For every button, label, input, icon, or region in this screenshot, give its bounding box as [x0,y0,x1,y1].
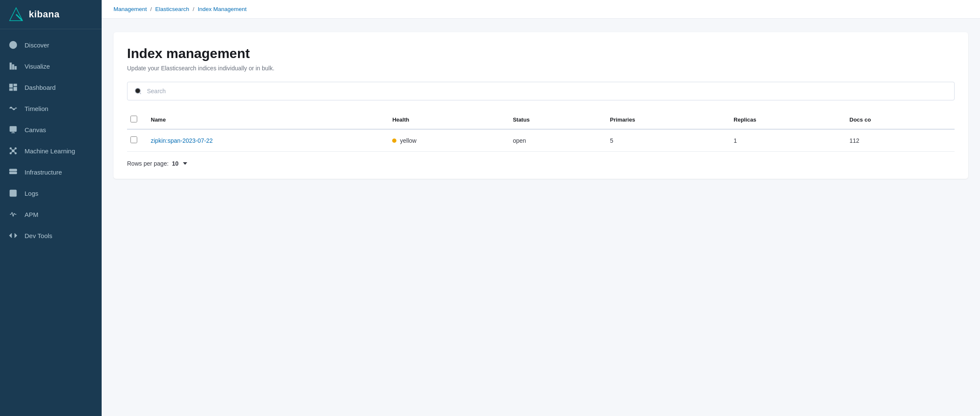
index-link[interactable]: zipkin:span-2023-07-22 [151,137,213,144]
svg-rect-5 [10,63,11,69]
breadcrumb-separator-1: / [150,6,152,12]
table-header-health[interactable]: Health [385,111,506,129]
sidebar-item-timelion[interactable]: Timelion [0,98,102,119]
infrastructure-icon [8,167,18,177]
sidebar-item-discover[interactable]: Discover [0,34,102,55]
sidebar: kibana Discover Visualize [0,0,102,416]
rows-per-page-label: Rows per page: [127,160,169,167]
sidebar-item-logs[interactable]: Logs [0,183,102,204]
svg-point-18 [10,153,11,154]
page-subtitle: Update your Elasticsearch indices indivi… [127,65,955,72]
sidebar-item-canvas-label: Canvas [25,126,46,133]
sidebar-item-dashboard-label: Dashboard [25,84,55,91]
apm-icon [8,210,18,219]
kibana-title: kibana [29,9,60,20]
svg-rect-6 [12,65,14,69]
health-dot-yellow [392,139,396,143]
sidebar-item-apm[interactable]: APM [0,204,102,225]
row-status-cell: open [506,129,603,152]
breadcrumb-management[interactable]: Management [114,6,147,12]
sidebar-nav: Discover Visualize Dashboard [0,29,102,251]
dev-tools-icon [8,231,18,240]
timelion-icon [8,104,18,113]
row-replicas-cell: 1 [727,129,842,152]
breadcrumb-index-management[interactable]: Index Management [198,6,247,12]
sidebar-item-discover-label: Discover [25,42,49,49]
page-title: Index management [127,46,955,61]
row-checkbox-cell [127,129,144,152]
sidebar-item-visualize-label: Visualize [25,63,50,70]
svg-rect-7 [15,67,16,69]
row-name-cell: zipkin:span-2023-07-22 [144,129,385,152]
svg-point-16 [10,148,11,149]
rows-per-page-value: 10 [172,160,179,167]
health-indicator: yellow [392,137,499,144]
table-header: Name Health Status Primaries Replicas Do… [127,111,955,129]
table-row: zipkin:span-2023-07-22 yellow open 5 1 [127,129,955,152]
dashboard-icon [8,83,18,92]
index-table-element: Name Health Status Primaries Replicas Do… [127,111,955,152]
sidebar-item-timelion-label: Timelion [25,105,48,112]
svg-line-39 [139,92,141,94]
sidebar-item-canvas[interactable]: Canvas [0,119,102,140]
row-checkbox[interactable] [130,136,137,143]
svg-line-23 [14,152,15,153]
sidebar-item-apm-label: APM [25,211,39,218]
svg-line-35 [13,214,14,217]
breadcrumb: Management / Elasticsearch / Index Manag… [102,0,980,19]
search-bar[interactable] [127,82,955,100]
svg-point-17 [15,148,16,149]
rows-per-page-control[interactable]: Rows per page: 10 [127,160,955,167]
bar-chart-icon [8,61,18,71]
table-header-name[interactable]: Name [144,111,385,129]
table-body: zipkin:span-2023-07-22 yellow open 5 1 [127,129,955,152]
row-docs-count-cell: 112 [843,129,955,152]
svg-rect-10 [14,87,17,91]
svg-rect-12 [10,127,17,132]
canvas-icon [8,125,18,134]
svg-line-21 [14,149,15,150]
search-icon [133,86,143,96]
svg-rect-11 [10,89,13,90]
svg-point-19 [15,153,16,154]
table-header-replicas[interactable]: Replicas [727,111,842,129]
sidebar-item-logs-label: Logs [25,190,39,197]
sidebar-item-infrastructure[interactable]: Infrastructure [0,161,102,183]
sidebar-item-dashboard[interactable]: Dashboard [0,77,102,98]
breadcrumb-separator-2: / [193,6,194,12]
row-health-cell: yellow [385,129,506,152]
svg-rect-9 [14,84,17,86]
chevron-down-icon [183,162,187,165]
svg-point-27 [11,172,11,173]
sidebar-logo: kibana [0,0,102,29]
svg-point-38 [135,88,140,93]
table-header-docs-count[interactable]: Docs co [843,111,955,129]
search-input[interactable] [147,88,948,94]
svg-line-20 [11,149,12,150]
sidebar-item-dev-tools[interactable]: Dev Tools [0,225,102,246]
kibana-logo-icon [8,7,24,22]
select-all-checkbox[interactable] [130,116,137,122]
table-header-checkbox [127,111,144,129]
sidebar-item-machine-learning[interactable]: Machine Learning [0,140,102,161]
table-header-row: Name Health Status Primaries Replicas Do… [127,111,955,129]
sidebar-item-visualize[interactable]: Visualize [0,55,102,77]
table-header-status[interactable]: Status [506,111,603,129]
page-card: Index management Update your Elasticsear… [114,32,968,179]
main-content: Management / Elasticsearch / Index Manag… [102,0,980,416]
row-primaries-cell: 5 [603,129,727,152]
svg-line-36 [14,214,16,215]
sidebar-item-infrastructure-label: Infrastructure [25,169,62,176]
svg-point-26 [11,170,11,171]
table-header-primaries[interactable]: Primaries [603,111,727,129]
content-area: Index management Update your Elasticsear… [102,19,980,416]
health-value: yellow [400,137,416,144]
svg-line-22 [11,152,12,153]
svg-rect-8 [10,84,13,88]
compass-icon [8,40,18,50]
breadcrumb-elasticsearch[interactable]: Elasticsearch [155,6,189,12]
index-table: Name Health Status Primaries Replicas Do… [127,111,955,152]
sidebar-item-machine-learning-label: Machine Learning [25,147,75,155]
sidebar-item-dev-tools-label: Dev Tools [25,232,53,239]
ml-icon [8,146,18,155]
